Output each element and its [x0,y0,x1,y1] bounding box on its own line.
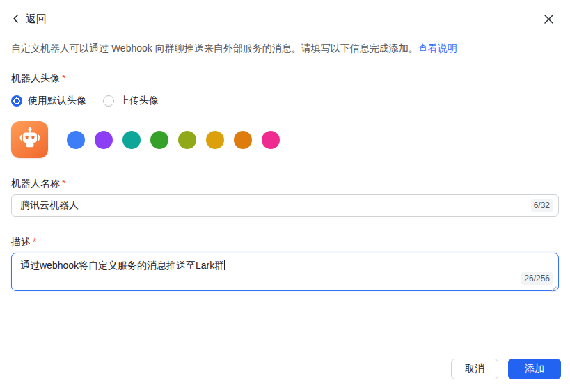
radio-default-avatar[interactable]: 使用默认头像 [11,95,86,107]
description-field-label: 描述* [11,236,559,248]
description-char-counter: 26/256 [521,272,553,285]
radio-selected-icon [11,95,22,107]
back-button[interactable]: 返回 [11,13,47,26]
bot-name-input[interactable] [11,194,559,217]
close-button[interactable] [540,10,557,27]
radio-default-label: 使用默认头像 [28,95,86,107]
name-input-wrap: 6/32 [11,194,559,217]
dialog-header: 返回 [11,0,559,27]
cancel-button[interactable]: 取消 [451,359,498,379]
required-asterisk: * [33,236,36,247]
resize-handle[interactable] [550,282,557,289]
dialog-footer: 取消 添加 [451,359,561,379]
required-asterisk: * [62,178,65,189]
avatar-color-dot[interactable] [95,131,113,149]
description-text: 通过webhook将自定义服务的消息推送至Lark群 [20,260,224,271]
required-asterisk: * [62,72,65,84]
chevron-left-icon [11,14,21,24]
add-custom-bot-dialog: 返回 自定义机器人可以通过 Webhook 向群聊推送来自外部服务的消息。请填写… [0,0,570,392]
avatar-color-options [67,131,280,149]
avatar-field-label: 机器人头像* [11,72,559,84]
radio-upload-avatar[interactable]: 上传头像 [103,95,159,107]
robot-icon [17,126,42,154]
avatar-color-dot[interactable] [234,131,252,149]
add-button[interactable]: 添加 [508,359,561,379]
avatar-label-text: 机器人头像 [11,72,60,84]
close-icon [544,14,554,24]
intro-text: 自定义机器人可以通过 Webhook 向群聊推送来自外部服务的消息。请填写以下信… [11,42,559,55]
radio-unselected-icon [103,95,114,107]
back-label: 返回 [26,13,47,26]
name-field-label: 机器人名称* [11,178,559,189]
radio-upload-label: 上传头像 [120,95,159,107]
bot-description-textarea[interactable]: 通过webhook将自定义服务的消息推送至Lark群 26/256 [11,253,559,291]
avatar-color-dot[interactable] [122,131,141,149]
avatar-radio-group: 使用默认头像 上传头像 [11,95,559,107]
avatar-color-dot[interactable] [206,131,224,149]
name-char-counter: 6/32 [531,199,553,212]
name-label-text: 机器人名称 [11,178,60,189]
avatar-picker-row [11,121,559,158]
text-caret [224,260,225,270]
avatar-color-dot[interactable] [150,131,168,149]
avatar-color-dot[interactable] [67,131,85,149]
intro-description: 自定义机器人可以通过 Webhook 向群聊推送来自外部服务的消息。请填写以下信… [11,42,418,54]
robot-avatar-preview [11,121,48,158]
avatar-color-dot[interactable] [262,131,280,149]
avatar-color-dot[interactable] [178,131,196,149]
help-link[interactable]: 查看说明 [418,42,457,54]
description-label-text: 描述 [11,236,31,247]
